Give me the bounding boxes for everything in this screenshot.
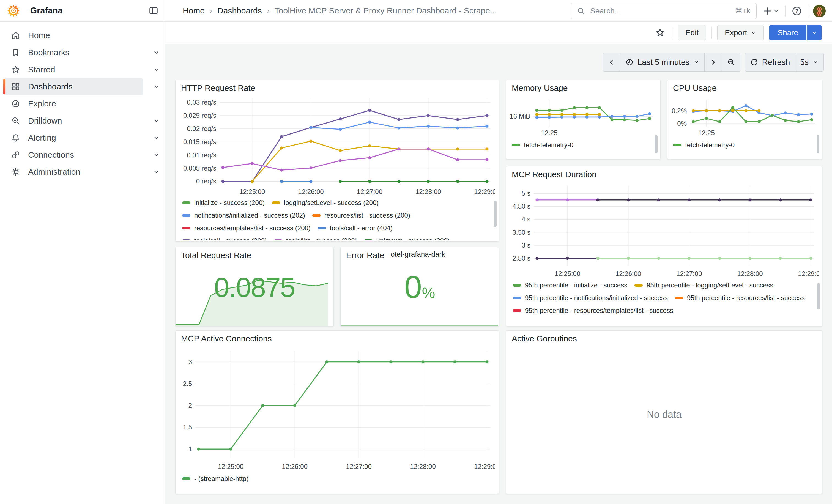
chevron-down-icon[interactable] — [151, 47, 162, 58]
panel-title[interactable]: MCP Request Duration — [512, 170, 597, 179]
time-shift-forward-button[interactable] — [705, 53, 722, 72]
legend-item[interactable]: - (streamable-http) — [182, 475, 249, 482]
legend-item[interactable]: logging/setLevel - success (200) — [272, 199, 379, 207]
sidebar-item-starred[interactable]: Starred — [3, 61, 143, 78]
time-range-picker[interactable]: Last 5 minutes — [620, 53, 705, 72]
legend-item[interactable]: resources/templates/list - success (200) — [182, 224, 311, 232]
sidebar-item-alerting[interactable]: Alerting — [3, 129, 143, 147]
chevron-down-icon[interactable] — [151, 64, 162, 75]
legend-item[interactable]: fetch-telemetry-0 — [673, 141, 735, 149]
legend-item[interactable]: fetch-telemetry-0 — [512, 141, 573, 149]
svg-text:4.50 s: 4.50 s — [513, 203, 530, 210]
dashboard-canvas: Last 5 minutes Refresh 5s H — [165, 44, 832, 504]
legend-label: 95th percentile - resources/templates/li… — [525, 307, 673, 314]
panel-title[interactable]: HTTP Request Rate — [181, 83, 255, 93]
header-actions: ⌘+k ? — [571, 0, 826, 22]
breadcrumb-item[interactable]: ToolHive MCP Server & Proxy Runner Dashb… — [275, 6, 497, 16]
brand-name: Grafana — [30, 6, 147, 16]
sidebar-row: Connections — [3, 147, 162, 163]
legend-item[interactable]: tools/call - success (200) — [182, 237, 267, 240]
help-icon[interactable]: ? — [790, 4, 804, 18]
panel-title[interactable]: Total Request Rate — [181, 250, 251, 260]
refresh-interval-label: 5s — [800, 58, 809, 67]
grafana-logo-icon[interactable] — [7, 4, 20, 17]
svg-text:0.015 req/s: 0.015 req/s — [183, 138, 216, 145]
legend-item[interactable]: initialize - success (200) — [182, 199, 265, 207]
svg-text:12:29:00: 12:29:00 — [474, 463, 495, 470]
sidebar-toggle-icon[interactable] — [147, 4, 160, 17]
legend-label: resources/templates/list - success (200) — [194, 224, 311, 232]
sidebar-item-label: Drilldown — [28, 116, 62, 126]
sidebar-item-label: Alerting — [28, 133, 56, 142]
chevron-down-icon[interactable] — [151, 115, 162, 127]
export-button-label: Export — [725, 28, 747, 37]
legend-scrollbar[interactable] — [816, 135, 820, 153]
favorite-star-icon[interactable] — [653, 26, 667, 39]
legend-color-chip — [513, 284, 521, 287]
memory-usage-chart[interactable]: 12:2516 MiB — [508, 96, 657, 138]
user-avatar[interactable] — [813, 4, 826, 18]
chevron-down-icon[interactable] — [151, 149, 162, 161]
svg-text:12:27:00: 12:27:00 — [357, 188, 383, 195]
legend-label: unknown - success (200) — [376, 237, 450, 240]
sidebar-row: Drilldown — [3, 112, 162, 129]
add-new-button[interactable] — [761, 4, 781, 18]
share-dropdown-button[interactable] — [807, 25, 822, 41]
breadcrumb-item[interactable]: Dashboards — [217, 6, 262, 16]
sidebar-item-dashboards[interactable]: Dashboards — [3, 78, 143, 95]
legend-scrollbar[interactable] — [655, 135, 657, 153]
export-button[interactable]: Export — [717, 25, 764, 41]
legend-scrollbar[interactable] — [817, 283, 820, 310]
legend-scrollbar[interactable] — [494, 201, 497, 227]
chevron-down-icon[interactable] — [151, 132, 162, 143]
legend-item[interactable]: 95th percentile - logging/setLevel - suc… — [634, 282, 773, 289]
legend-color-chip — [364, 239, 372, 240]
legend-item[interactable]: 95th percentile - resources/list - succe… — [675, 294, 805, 302]
sidebar-item-connections[interactable]: Connections — [3, 147, 143, 163]
panel-title[interactable]: Active Goroutines — [512, 334, 577, 343]
search-box[interactable]: ⌘+k — [571, 3, 757, 19]
chevron-down-icon[interactable] — [151, 81, 162, 92]
sidebar-item-drilldown[interactable]: Drilldown — [3, 112, 143, 129]
chevron-down-icon[interactable] — [151, 166, 162, 178]
cpu-usage-chart[interactable]: 12:250.2%0% — [669, 96, 820, 138]
error-rate-sparkline — [341, 319, 498, 326]
edit-button[interactable]: Edit — [678, 25, 706, 41]
zoom-out-icon[interactable] — [722, 53, 740, 72]
share-button[interactable]: Share — [769, 25, 806, 41]
http-request-rate-chart[interactable]: 12:25:0012:26:0012:27:0012:28:0012:29:00… — [178, 95, 495, 197]
refresh-interval-dropdown[interactable]: 5s — [795, 53, 824, 72]
legend-label: fetch-telemetry-0 — [685, 141, 735, 149]
breadcrumb-item[interactable]: Home — [183, 6, 205, 16]
panel-title[interactable]: CPU Usage — [673, 83, 717, 93]
legend-item[interactable]: 95th percentile - initialize - success — [513, 282, 627, 289]
legend-item[interactable]: tools/call - error (404) — [318, 224, 393, 232]
refresh-group: Refresh 5s — [745, 53, 824, 72]
legend-item[interactable]: unknown - success (200) — [364, 237, 450, 240]
cpu-legend: fetch-telemetry-0 — [673, 141, 805, 153]
search-input[interactable] — [590, 6, 731, 16]
gear-icon — [11, 167, 20, 177]
refresh-button[interactable]: Refresh — [745, 53, 796, 72]
http-legend: initialize - success (200)logging/setLev… — [182, 199, 490, 240]
panel-title[interactable]: Error Rate — [346, 250, 384, 260]
sidebar-item-bookmarks[interactable]: Bookmarks — [3, 44, 143, 61]
panel-title[interactable]: Memory Usage — [512, 83, 568, 93]
time-range-group: Last 5 minutes — [603, 53, 740, 72]
legend-item[interactable]: notifications/initialized - success (202… — [182, 212, 305, 219]
legend-color-chip — [182, 227, 190, 230]
legend-item[interactable]: tools/list - success (200) — [274, 237, 357, 240]
sidebar-item-administration[interactable]: Administration — [3, 163, 143, 181]
mcp-request-duration-chart[interactable]: 12:25:0012:26:0012:27:0012:28:0012:29:00… — [509, 182, 818, 279]
panel-title[interactable]: MCP Active Connections — [181, 334, 272, 343]
legend-item[interactable]: 95th percentile - resources/templates/li… — [513, 307, 673, 314]
no-data-message: No data — [506, 409, 822, 420]
legend-item[interactable]: resources/list - success (200) — [312, 212, 410, 219]
legend-item[interactable]: 95th percentile - notifications/initiali… — [513, 294, 668, 302]
panel-active-goroutines: Active Goroutines No data — [506, 330, 822, 494]
sidebar-item-explore[interactable]: Explore — [3, 95, 143, 112]
sidebar-item-home[interactable]: Home — [3, 27, 143, 44]
mcp-active-connections-chart[interactable]: 12:25:0012:26:0012:27:0012:28:0012:29:00… — [178, 347, 495, 472]
connections-legend: - (streamable-http) — [182, 475, 485, 487]
time-shift-back-button[interactable] — [603, 53, 620, 72]
